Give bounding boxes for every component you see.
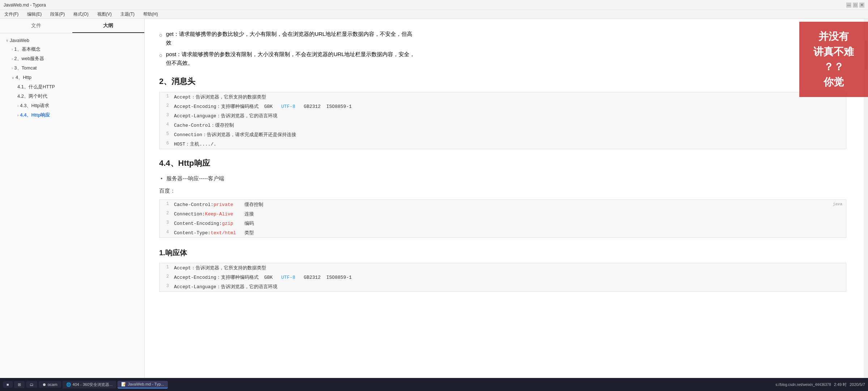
code-line: 4 Content-Type:text/html 类型 xyxy=(159,228,846,237)
response-bullet: 服务器---响应-----客户端 xyxy=(159,174,846,183)
code-line: 5 Connection：告诉浏览器，请求完成是断开还是保持连接 xyxy=(159,130,846,139)
arrow-icon: ∨ xyxy=(12,76,14,80)
code-line: 1 Accept：告诉浏览器，它所支持的数据类型 xyxy=(159,263,846,273)
tree-node-4-4[interactable]: › 4.4、Http响应 xyxy=(0,110,144,120)
taskbar-ocam[interactable]: ⏺ ocam xyxy=(39,381,61,388)
taskbar-date: 2020/5/7 xyxy=(850,382,865,387)
content-area[interactable]: ○ get：请求能够携带的参数比较少，大小有限制，会在浏览器的URL地址栏显示数… xyxy=(145,19,868,378)
title-bar-left: JavaWeb.md - Typora xyxy=(4,3,46,8)
section-h2-http-response: 4.4、Http响应 xyxy=(159,158,846,169)
arrow-icon: ∨ xyxy=(6,38,8,42)
overlay-line2: 讲真不难 xyxy=(803,44,864,59)
code-label: java xyxy=(833,202,842,206)
arrow-icon: › xyxy=(12,47,13,51)
arrow-icon: › xyxy=(12,57,13,61)
taskbar-browser[interactable]: 🌐 404 - 360安全浏览器... xyxy=(63,381,116,388)
bullet-post: ○ post：请求能够携带的参数没有限制，大小没有限制，不会在浏览器的URL地址… xyxy=(159,50,846,67)
code-line: 6 HOST：主机..../. xyxy=(159,139,846,149)
code-line: 4 Cache-Control：缓存控制 xyxy=(159,121,846,130)
tree-node-webserver[interactable]: › 2、web服务器 xyxy=(0,54,144,63)
taskbar-start[interactable]: ■ xyxy=(3,381,13,388)
menu-format[interactable]: 格式(O) xyxy=(72,10,90,18)
get-text: get：请求能够携带的参数比较少，大小有限制，会在浏览器的URL地址栏显示数据内… xyxy=(166,30,412,47)
code-line: 1 Cache-Control:private 缓存控制 xyxy=(159,200,846,209)
code-line: 2 Accept-Encoding：支持哪种编码格式 GBK UTF-8 GB2… xyxy=(159,102,846,111)
menu-edit[interactable]: 编辑(E) xyxy=(26,10,43,18)
section-h1-body: 1.响应体 xyxy=(159,248,846,258)
taskbar-typora[interactable]: 📝 JavaWeb.md - Typ... xyxy=(118,381,167,388)
overlay-line4: 你觉 xyxy=(803,75,864,90)
tree-label: JavaWeb xyxy=(10,38,29,43)
tree-node-javaweb[interactable]: ∨ JavaWeb xyxy=(0,36,144,45)
overlay-line1: 并没有 xyxy=(803,29,864,44)
menu-theme[interactable]: 主题(T) xyxy=(119,10,136,18)
code-line: 3 Content-Encoding:gzip 编码 xyxy=(159,219,846,228)
code-line: 2 Accept-Encoding：支持哪种编码格式 GBK UTF-8 GB2… xyxy=(159,273,846,282)
tree-node-basic[interactable]: › 1、基本概念 xyxy=(0,45,144,54)
sidebar: 文件 大纲 ∨ JavaWeb › 1、基本概念 › 2、web服务器 › 3、… xyxy=(0,19,145,378)
tree-label: 4.1、什么是HTTP xyxy=(17,84,55,90)
tree-label: 4.3、Http请求 xyxy=(20,102,49,109)
tab-file[interactable]: 文件 xyxy=(0,19,72,33)
baidu-label: 百度： xyxy=(159,186,846,196)
taskbar-url: s://blog.csdn.net/weixin_44436378 xyxy=(775,383,831,387)
overlay-line3: ？？ xyxy=(803,59,864,75)
tree-label: 1、基本概念 xyxy=(14,46,40,52)
taskbar-explorer[interactable]: 🗂 xyxy=(26,381,37,388)
menu-file[interactable]: 文件(F) xyxy=(3,10,20,18)
bullet-dot-icon: ○ xyxy=(159,51,162,67)
bullet-get: ○ get：请求能够携带的参数比较少，大小有限制，会在浏览器的URL地址栏显示数… xyxy=(159,30,846,47)
maximize-button[interactable]: □ xyxy=(853,3,858,8)
tree-node-tomcat[interactable]: › 3、Tomcat xyxy=(0,63,144,73)
sidebar-content[interactable]: ∨ JavaWeb › 1、基本概念 › 2、web服务器 › 3、Tomcat… xyxy=(0,33,144,378)
arrow-icon: › xyxy=(17,104,18,108)
taskbar-right: s://blog.csdn.net/weixin_44436378 2:49 时… xyxy=(775,382,865,387)
tree-label: 4.4、Http响应 xyxy=(20,112,50,118)
menu-view[interactable]: 视图(V) xyxy=(96,10,113,18)
sidebar-tabs: 文件 大纲 xyxy=(0,19,144,33)
code-block-3: 1 Accept：告诉浏览器，它所支持的数据类型 2 Accept-Encodi… xyxy=(159,263,846,292)
taskbar: ■ ⊞ 🗂 ⏺ ocam 🌐 404 - 360安全浏览器... 📝 JavaW… xyxy=(0,378,868,391)
tree-label: 4、Http xyxy=(16,74,31,81)
taskbar-time: 2:49 时 xyxy=(834,382,847,387)
code-block-2: java 1 Cache-Control:private 缓存控制 2 Conn… xyxy=(159,199,846,238)
title-bar-controls: — □ ✕ xyxy=(846,3,864,8)
menu-help[interactable]: 帮助(H) xyxy=(142,10,159,18)
menu-paragraph[interactable]: 段落(P) xyxy=(49,10,66,18)
close-button[interactable]: ✕ xyxy=(859,3,864,8)
arrow-icon: › xyxy=(12,66,13,70)
taskbar-browser-label: 404 - 360安全浏览器... xyxy=(73,382,113,387)
tree-node-http[interactable]: ∨ 4、Http xyxy=(0,73,144,82)
taskbar-desktop[interactable]: ⊞ xyxy=(14,381,25,388)
app-title: JavaWeb.md - Typora xyxy=(4,3,46,8)
code-line: 3 Accept-Language：告诉浏览器，它的语言环境 xyxy=(159,111,846,121)
arrow-icon: › xyxy=(17,113,18,117)
tree-label: 3、Tomcat xyxy=(14,65,37,71)
taskbar-typora-label: JavaWeb.md - Typ... xyxy=(128,382,164,386)
post-text: post：请求能够携带的参数没有限制，大小没有限制，不会在浏览器的URL地址栏显… xyxy=(166,50,415,67)
code-block-1: 1 Accept：告诉浏览器，它所支持的数据类型 2 Accept-Encodi… xyxy=(159,92,846,149)
tab-outline[interactable]: 大纲 xyxy=(72,19,145,33)
section-h2-message: 2、消息头 xyxy=(159,76,846,87)
minimize-button[interactable]: — xyxy=(846,3,851,8)
overlay-panel: 并没有 讲真不难 ？？ 你觉 xyxy=(799,22,868,97)
tree-label: 4.2、两个时代 xyxy=(17,93,47,100)
bullet-dot-icon: ○ xyxy=(159,31,162,47)
code-line: 1 Accept：告诉浏览器，它所支持的数据类型 xyxy=(159,92,846,102)
taskbar-ocam-label: ocam xyxy=(48,382,58,387)
tree-label: 2、web服务器 xyxy=(14,55,44,62)
main-layout: 文件 大纲 ∨ JavaWeb › 1、基本概念 › 2、web服务器 › 3、… xyxy=(0,19,868,378)
menu-bar: 文件(F) 编辑(E) 段落(P) 格式(O) 视图(V) 主题(T) 帮助(H… xyxy=(0,10,868,19)
title-bar: JavaWeb.md - Typora — □ ✕ xyxy=(0,0,868,10)
tree-node-4-3[interactable]: › 4.3、Http请求 xyxy=(0,101,144,110)
code-line: 2 Connection:Keep-Alive 连接 xyxy=(159,209,846,219)
code-line: 3 Accept-Language：告诉浏览器，它的语言环境 xyxy=(159,282,846,291)
tree-node-4-1[interactable]: 4.1、什么是HTTP xyxy=(0,82,144,92)
tree-node-4-2[interactable]: 4.2、两个时代 xyxy=(0,92,144,101)
